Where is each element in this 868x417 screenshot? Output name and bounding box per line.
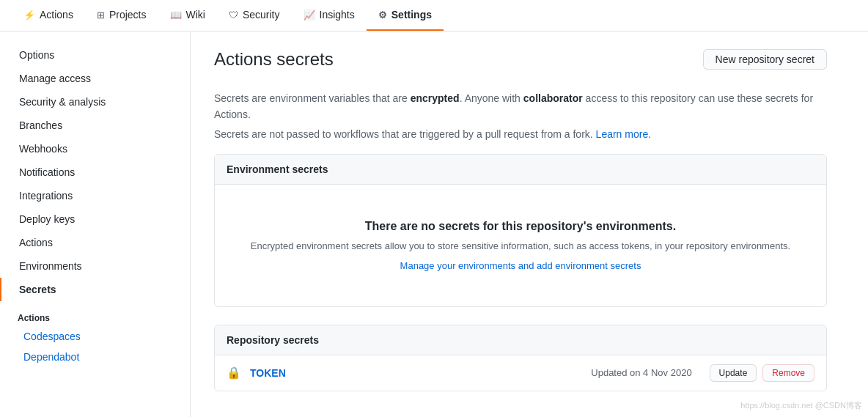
nav-wiki[interactable]: 📖 Wiki [158, 0, 217, 31]
sidebar-actions-section-header: Actions [0, 301, 190, 326]
insights-icon: 📈 [304, 10, 315, 21]
description-block: Secrets are environment variables that a… [214, 90, 827, 142]
nav-insights[interactable]: 📈 Insights [292, 0, 367, 31]
learn-more-link[interactable]: Learn more. [596, 128, 651, 140]
environment-secrets-section: Environment secrets There are no secrets… [214, 154, 827, 307]
sidebar-sub-dependabot[interactable]: Dependabot [0, 347, 190, 367]
page-header-row: Actions secrets New repository secret [214, 49, 827, 81]
repository-secrets-section: Repository secrets 🔒 TOKEN Updated on 4 … [214, 325, 827, 391]
main-content: Actions secrets New repository secret Se… [191, 32, 850, 417]
sidebar-item-deploy-keys[interactable]: Deploy keys [0, 207, 190, 231]
sidebar-item-options[interactable]: Options [0, 43, 190, 67]
collaborator-text: collaborator [523, 92, 583, 104]
update-secret-button[interactable]: Update [710, 364, 757, 382]
nav-projects[interactable]: ⊞ Projects [85, 0, 158, 31]
secret-name: TOKEN [250, 367, 591, 379]
encrypted-text: encrypted [411, 92, 460, 104]
sidebar-sub-codespaces[interactable]: Codespaces [0, 326, 190, 347]
description-line2: Secrets are not passed to workflows that… [214, 126, 827, 142]
sidebar: Options Manage access Security & analysi… [0, 32, 191, 417]
page-title: Actions secrets [214, 49, 334, 70]
sidebar-item-security-analysis[interactable]: Security & analysis [0, 90, 190, 114]
sidebar-item-secrets[interactable]: Secrets [0, 278, 190, 301]
secret-row: 🔒 TOKEN Updated on 4 Nov 2020 Update Rem… [215, 355, 826, 391]
nav-security[interactable]: 🛡 Security [217, 0, 292, 31]
lock-icon: 🔒 [227, 366, 241, 380]
sidebar-item-actions[interactable]: Actions [0, 231, 190, 254]
watermark: https://blog.csdn.net @CSDN博客 [740, 400, 862, 411]
actions-icon: ⚡ [23, 10, 35, 21]
sidebar-item-integrations[interactable]: Integrations [0, 184, 190, 207]
projects-icon: ⊞ [97, 10, 105, 21]
wiki-icon: 📖 [170, 10, 182, 21]
security-icon: 🛡 [229, 10, 238, 21]
nav-settings[interactable]: ⚙ Settings [367, 0, 444, 31]
environment-secrets-empty: There are no secrets for this repository… [215, 185, 826, 306]
sidebar-item-branches[interactable]: Branches [0, 114, 190, 137]
sidebar-item-webhooks[interactable]: Webhooks [0, 137, 190, 160]
env-empty-title: There are no secrets for this repository… [227, 220, 814, 233]
env-empty-desc: Encrypted environment secrets allow you … [227, 239, 814, 254]
sidebar-item-notifications[interactable]: Notifications [0, 160, 190, 184]
new-repository-secret-button[interactable]: New repository secret [703, 49, 827, 70]
repository-secrets-header: Repository secrets [215, 325, 826, 355]
page-layout: Options Manage access Security & analysi… [0, 32, 868, 417]
top-navigation: ⚡ Actions ⊞ Projects 📖 Wiki 🛡 Security 📈… [0, 0, 868, 32]
sidebar-item-environments[interactable]: Environments [0, 254, 190, 278]
manage-environments-link[interactable]: Manage your environments and add environ… [400, 260, 641, 271]
secret-updated: Updated on 4 Nov 2020 [591, 367, 691, 378]
nav-actions[interactable]: ⚡ Actions [12, 0, 85, 31]
settings-icon: ⚙ [378, 10, 387, 21]
sidebar-item-manage-access[interactable]: Manage access [0, 67, 190, 90]
environment-secrets-header: Environment secrets [215, 155, 826, 185]
description-line1: Secrets are environment variables that a… [214, 90, 827, 123]
remove-secret-button[interactable]: Remove [762, 364, 814, 382]
